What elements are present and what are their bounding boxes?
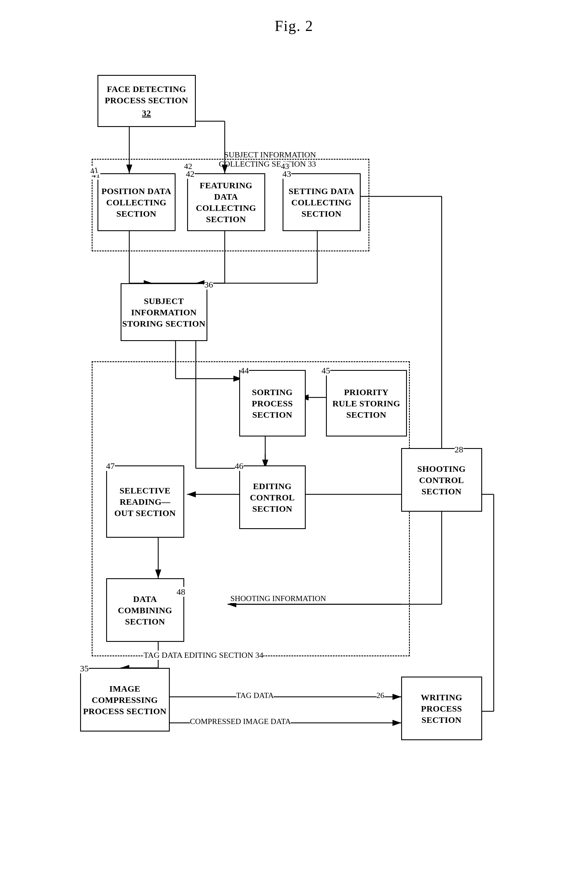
image-compressing-box: IMAGE COMPRESSING PROCESS SECTION [80, 668, 170, 732]
priority-rule-label: PRIORITY RULE STORING SECTION [332, 387, 400, 420]
diagram-container: FACE DETECTING PROCESS SECTION 32 SUBJEC… [63, 52, 525, 886]
writing-process-label: WRITING PROCESS SECTION [421, 692, 462, 726]
priority-rule-number: 45 [322, 366, 330, 375]
setting-data-label: SETTING DATA COLLECTING SECTION [289, 186, 354, 219]
position-data-label: POSITION DATA COLLECTING SECTION [102, 186, 171, 219]
writing-process-box: WRITING PROCESS SECTION [401, 676, 482, 740]
num-41-curve: 41 [89, 165, 99, 176]
face-detecting-label: FACE DETECTING PROCESS SECTION [105, 83, 188, 106]
selective-reading-label: SELECTIVE READING— OUT SECTION [114, 485, 176, 519]
data-combining-number: 48 [177, 587, 185, 597]
page-title: Fig. 2 [0, 17, 588, 34]
shooting-info-label: SHOOTING INFORMATION [231, 594, 326, 603]
num-42-curve: 42 [184, 162, 192, 171]
tag-data-label: TAG DATA [236, 691, 274, 700]
sorting-process-box: SORTING PROCESS SECTION [239, 370, 306, 436]
tag-data-section-number: 26 [376, 691, 384, 700]
priority-rule-box: PRIORITY RULE STORING SECTION [326, 370, 407, 436]
featuring-data-box: FEATURING DATA COLLECTING SECTION [187, 173, 265, 231]
shooting-control-number: 28 [454, 445, 464, 454]
shooting-control-box: SHOOTING CONTROL SECTION [401, 448, 482, 512]
shooting-control-label: SHOOTING CONTROL SECTION [417, 463, 466, 497]
compressed-image-label: COMPRESSED IMAGE DATA [190, 717, 291, 726]
setting-data-box: SETTING DATA COLLECTING SECTION [283, 173, 361, 231]
data-combining-label: DATA COMBINING SECTION [118, 593, 172, 627]
subject-info-storing-box: SUBJECT INFORMATION STORING SECTION [121, 283, 207, 341]
featuring-data-label: FEATURING DATA COLLECTING SECTION [188, 180, 264, 225]
sorting-process-label: SORTING PROCESS SECTION [252, 387, 293, 420]
selective-reading-number: 47 [106, 461, 115, 471]
editing-control-box: EDITING CONTROL SECTION [239, 465, 306, 529]
subject-info-collecting-label: SUBJECT INFORMATION COLLECTING SECTION 3… [219, 150, 316, 169]
face-detecting-box: FACE DETECTING PROCESS SECTION 32 [98, 75, 196, 127]
num-43-curve: 43 [281, 162, 289, 171]
subject-info-storing-number: 36 [204, 280, 213, 289]
position-data-box: POSITION DATA COLLECTING SECTION [98, 173, 176, 231]
sorting-process-number: 44 [240, 366, 249, 375]
image-compressing-number: 35 [80, 664, 89, 673]
editing-control-label: EDITING CONTROL SECTION [250, 480, 295, 514]
data-combining-box: DATA COMBINING SECTION [106, 578, 184, 642]
subject-info-storing-label: SUBJECT INFORMATION STORING SECTION [122, 295, 206, 329]
face-detecting-number: 32 [105, 107, 188, 118]
editing-control-number: 46 [235, 461, 243, 471]
image-compressing-label: IMAGE COMPRESSING PROCESS SECTION [83, 683, 166, 717]
tag-data-editing-label: TAG DATA EDITING SECTION 34 [144, 651, 264, 660]
selective-reading-box: SELECTIVE READING— OUT SECTION [106, 465, 184, 538]
